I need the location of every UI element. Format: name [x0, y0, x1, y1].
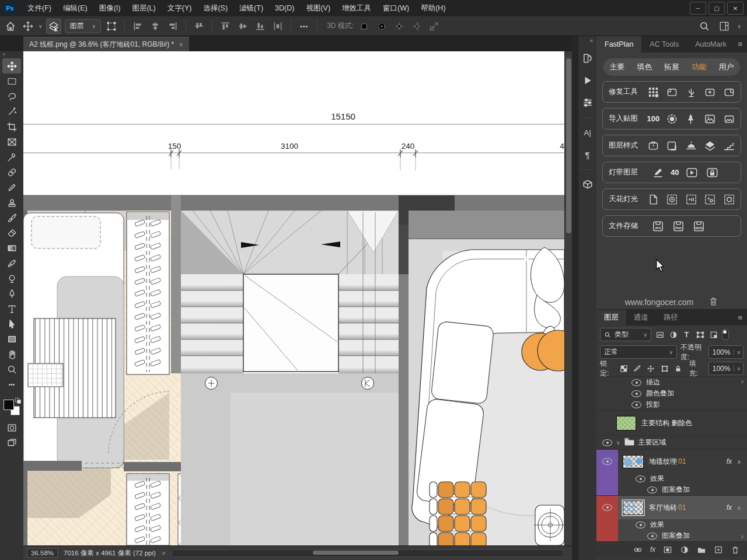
patch-icon[interactable] — [665, 85, 679, 99]
move-tool-icon[interactable] — [21, 19, 35, 33]
menu-filter[interactable]: 滤镜(T) — [234, 0, 268, 16]
distribute-bottom-icon[interactable] — [253, 19, 267, 33]
crop-tool[interactable] — [2, 119, 21, 134]
3d-pan-icon[interactable] — [392, 19, 406, 33]
new-layer-icon[interactable] — [714, 545, 723, 554]
menu-type[interactable]: 文字(Y) — [162, 0, 197, 16]
filter-smart-object-icon[interactable] — [708, 330, 718, 340]
tab-automark[interactable]: AutoMark — [687, 36, 735, 52]
layer-thumbnail[interactable] — [623, 501, 644, 515]
eraser-tool[interactable] — [2, 225, 21, 240]
foreground-color-swatch[interactable] — [4, 400, 14, 410]
menu-layer[interactable]: 图层(L) — [127, 0, 160, 16]
filter-type-icon[interactable]: T — [682, 330, 692, 340]
document-canvas[interactable]: 15150 150 3100 240 4 — [23, 51, 564, 545]
link-layers-icon[interactable] — [633, 545, 643, 554]
history-panel-icon[interactable] — [580, 50, 595, 67]
visibility-eye-icon[interactable] — [647, 533, 657, 540]
canvas-horizontal-scrollbar[interactable] — [172, 550, 564, 557]
3d-scale-icon[interactable] — [427, 19, 441, 33]
fill-dropdown[interactable]: 100%∨ — [708, 362, 743, 375]
fx-badge[interactable]: fx — [727, 503, 732, 512]
subtab-function[interactable]: 功能 — [692, 62, 707, 72]
auto-select-target-dropdown[interactable]: 图层∨ — [65, 19, 102, 33]
color-swatches[interactable] — [3, 398, 20, 415]
pen-tool[interactable] — [2, 286, 21, 301]
layer-style-icon[interactable]: fx — [650, 545, 655, 554]
align-center-h-icon[interactable] — [148, 19, 162, 33]
status-expand-icon[interactable]: > — [162, 550, 166, 556]
document-tab[interactable]: A2 线框.png @ 36.6% (客厅地砖01, RGB/8#) * × — [23, 37, 189, 51]
visibility-eye-icon[interactable] — [602, 439, 612, 446]
actions-panel-icon[interactable] — [580, 72, 595, 89]
character-panel-icon[interactable]: A| — [580, 124, 595, 141]
more-options-icon[interactable]: ••• — [297, 19, 311, 33]
screen-mode-icon[interactable] — [2, 435, 21, 450]
type-tool[interactable] — [2, 301, 21, 316]
menu-file[interactable]: 文件(F) — [22, 0, 57, 16]
filter-type-dropdown[interactable]: 类型 ∨ — [600, 328, 651, 341]
patch-plus-icon[interactable] — [703, 85, 717, 99]
tab-fastplan[interactable]: FastPlan — [596, 36, 641, 52]
visibility-eye-icon[interactable] — [602, 504, 612, 511]
folded-square-icon[interactable] — [665, 139, 679, 153]
effect-row[interactable]: 图案叠加 — [618, 484, 747, 495]
subtab-fill[interactable]: 填色 — [637, 62, 652, 72]
toolbar-collapse-icon[interactable]: » — [0, 51, 5, 58]
visibility-eye-icon[interactable] — [636, 475, 645, 482]
menu-3d[interactable]: 3D(D) — [270, 0, 299, 16]
fx-badge[interactable]: fx — [727, 457, 732, 466]
panel-menu-icon[interactable]: ≡ — [738, 40, 742, 48]
lasso-tool[interactable] — [2, 89, 21, 104]
dashed-dots-icon[interactable] — [703, 192, 717, 206]
tab-ac-tools[interactable]: AC Tools — [641, 36, 687, 52]
effect-row[interactable]: 颜色叠加 — [596, 388, 747, 399]
effect-row[interactable]: 效果 — [618, 519, 747, 530]
auto-select-toggle-icon[interactable] — [46, 19, 61, 34]
save-jpg-icon[interactable]: JPG — [650, 219, 665, 233]
adjustment-layer-icon[interactable] — [680, 545, 689, 554]
delete-layer-icon[interactable] — [731, 545, 740, 554]
3d-panel-icon[interactable] — [580, 176, 595, 193]
filter-shape-icon[interactable] — [695, 330, 705, 340]
minimize-button[interactable]: ─ — [690, 2, 706, 15]
texture-opacity-value[interactable]: 100 — [647, 114, 660, 123]
layers-list-scrollbar[interactable]: ∧∨ — [739, 377, 746, 541]
layer-row-hidden[interactable]: 主要结构 删除色 — [596, 411, 747, 435]
subtab-user[interactable]: 用户 — [719, 62, 734, 72]
search-icon[interactable] — [697, 19, 711, 33]
clone-stamp-tool[interactable] — [2, 195, 21, 210]
path-select-tool[interactable] — [2, 316, 21, 331]
stairs-icon[interactable] — [722, 139, 736, 153]
play-icon[interactable] — [684, 166, 699, 180]
3d-roll-icon[interactable] — [375, 19, 389, 33]
tree-icon[interactable] — [684, 112, 698, 126]
quick-selection-tool[interactable] — [2, 104, 21, 119]
distribute-vertical-icon[interactable] — [271, 19, 285, 33]
lock-icon[interactable] — [704, 166, 720, 180]
healing-brush-tool[interactable] — [2, 164, 21, 180]
zoom-tool[interactable] — [2, 362, 21, 377]
quick-mask-icon[interactable] — [2, 420, 21, 435]
lock-position-icon[interactable] — [646, 363, 655, 373]
move-tool[interactable] — [2, 58, 21, 74]
lock-transparent-icon[interactable] — [619, 363, 629, 373]
image-icon[interactable] — [703, 112, 717, 126]
workspace-switcher-icon[interactable] — [717, 19, 731, 33]
visibility-eye-icon[interactable] — [631, 401, 641, 408]
menu-select[interactable]: 选择(S) — [198, 0, 233, 16]
save-png-icon[interactable]: PNG — [671, 219, 686, 233]
3d-orbit-icon[interactable] — [357, 19, 371, 33]
menu-window[interactable]: 窗口(W) — [378, 0, 414, 16]
eyedropper-tool[interactable] — [2, 149, 21, 164]
dome-icon[interactable] — [685, 139, 698, 153]
layer-row[interactable]: 地毯纹理01 fx ∧ — [618, 450, 747, 473]
close-button[interactable]: ✕ — [727, 2, 743, 15]
dashed-circle-icon[interactable] — [665, 112, 679, 126]
opacity-dropdown[interactable]: 100%∨ — [708, 345, 743, 359]
align-right-icon[interactable] — [166, 19, 180, 33]
cactus-icon[interactable] — [685, 85, 698, 99]
hand-tool[interactable] — [2, 346, 21, 362]
visibility-eye-icon[interactable] — [602, 458, 612, 465]
tab-paths[interactable]: 路径 — [656, 310, 686, 326]
